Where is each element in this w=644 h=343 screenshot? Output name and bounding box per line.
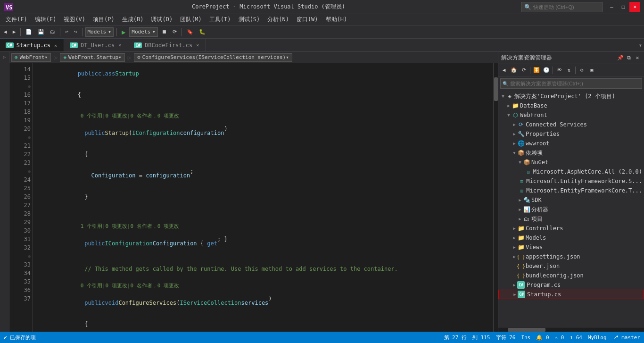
back-button[interactable]: ◀ — [2, 28, 9, 36]
run-button[interactable]: ▶ — [120, 27, 127, 37]
tree-analyzer[interactable]: ▶ 📊 分析器 — [498, 205, 644, 214]
menu-item-t[interactable]: 工具(T) — [206, 15, 235, 25]
tree-expand-webfront[interactable]: ▼ — [506, 112, 512, 118]
tree-expand-database[interactable]: ▶ — [506, 103, 512, 109]
tree-controllers[interactable]: ▶ 📁 Controllers — [498, 224, 644, 233]
tree-expand-root[interactable]: ▼ — [500, 93, 506, 99]
tree-bower[interactable]: { } bower.json — [498, 261, 644, 271]
menu-item-s[interactable]: 测试(S) — [235, 15, 264, 25]
pin-icon[interactable]: 📌 — [617, 54, 624, 62]
tree-expand-project-ref[interactable]: ▶ — [517, 216, 523, 222]
sol-refresh-icon[interactable]: ⟳ — [519, 66, 528, 75]
new-button[interactable]: 📄 — [24, 28, 34, 36]
close-button[interactable]: ✕ — [629, 2, 640, 12]
toolbar-extra-2[interactable]: ⟳ — [171, 28, 179, 36]
tab-startup-close[interactable]: ✕ — [53, 43, 58, 48]
sol-layout-icon[interactable]: ▣ — [587, 66, 596, 75]
tree-expand-wwwroot[interactable]: ▶ — [512, 141, 517, 146]
tree-expand-startup[interactable]: ▶ — [512, 292, 518, 297]
tab-dbcodefirst[interactable]: C# DBCodeFirst.cs ✕ — [128, 39, 206, 51]
menu-item-n[interactable]: 分析(N) — [264, 15, 293, 25]
tab-dropdown[interactable]: ▾ — [637, 39, 644, 51]
tree-properties[interactable]: ▶ 🔧 Properties — [498, 129, 644, 139]
menu-item-e[interactable]: 编辑(E) — [31, 15, 60, 25]
menu-item-f[interactable]: 文件(F) — [2, 15, 31, 25]
config-dropdown[interactable]: Models ▾ — [85, 27, 114, 37]
tree-webfront[interactable]: ▼ ⬡ WebFront — [498, 110, 644, 120]
tree-bundleconfig[interactable]: { } bundleconfig.json — [498, 271, 644, 280]
close-panel-icon[interactable]: ✕ — [634, 54, 641, 62]
toolbar-extra-1[interactable]: ⏹ — [160, 28, 169, 36]
tree-database[interactable]: ▶ 📁 DataBase — [498, 101, 644, 110]
status-repo[interactable]: MyBlog — [588, 335, 607, 341]
minimize-button[interactable]: — — [606, 2, 617, 12]
tab-dbcodefirst-close[interactable]: ✕ — [195, 42, 200, 48]
menu-item-m[interactable]: 团队(M) — [176, 15, 206, 25]
tree-views[interactable]: ▶ 📁 Views — [498, 243, 644, 252]
code-area[interactable]: 14 15 ● 16 17 18 19 20 ● 21 22 23 ● 24 2… — [9, 63, 498, 332]
tree-expand-models[interactable]: ▶ — [512, 235, 517, 241]
tree-expand-views[interactable]: ▶ — [512, 244, 517, 250]
tree-expand-analyzer[interactable]: ▶ — [517, 207, 523, 212]
tree-wwwroot[interactable]: ▶ 🌐 wwwroot — [498, 139, 644, 148]
tree-aspnetcore[interactable]: ◫ Microsoft.AspNetCore.All (2.0.0) — [498, 167, 644, 176]
run-dropdown[interactable]: Models ▾ — [129, 27, 157, 37]
menu-item-d[interactable]: 调试(D) — [147, 15, 176, 25]
quick-launch[interactable]: 🔍 — [521, 2, 603, 12]
save-all-button[interactable]: 🗂 — [48, 28, 57, 36]
undo-button[interactable]: ↩ — [63, 28, 70, 36]
status-branch[interactable]: ⎇ master — [612, 335, 640, 341]
menu-item-w[interactable]: 窗口(W) — [293, 15, 322, 25]
sol-search-input[interactable] — [510, 81, 640, 86]
menu-item-v[interactable]: 视图(V) — [60, 15, 89, 25]
maximize-button[interactable]: □ — [618, 2, 629, 12]
debug-button[interactable]: 🐛 — [197, 28, 207, 36]
horizontal-scrollbar[interactable] — [498, 327, 644, 332]
tree-efcore-s[interactable]: ◫ Microsoft.EntityFrameworkCore.S... — [498, 176, 644, 186]
sol-filter-icon[interactable]: ⏬ — [532, 66, 541, 75]
code-editor[interactable]: public class Startup { 0 个引用|0 项更改|0 名作者… — [33, 63, 493, 332]
save-button[interactable]: 💾 — [36, 28, 46, 36]
quick-launch-input[interactable] — [533, 4, 599, 10]
tree-nuget[interactable]: ▼ 📦 NuGet — [498, 158, 644, 167]
vertical-scrollbar[interactable] — [493, 63, 498, 332]
tree-project-ref[interactable]: ▶ 🗂 项目 — [498, 214, 644, 224]
sol-preview-icon[interactable]: 👁 — [554, 66, 564, 75]
tree-models[interactable]: ▶ 📁 Models — [498, 233, 644, 243]
tree-appsettings[interactable]: ▶ { } appsettings.json — [498, 252, 644, 261]
menu-item-p[interactable]: 项目(P) — [89, 15, 118, 25]
menu-item-h[interactable]: 帮助(H) — [322, 15, 351, 25]
tree-solution-root[interactable]: ▼ ◈ 解决方案'CoreProject' (2 个项目) — [498, 92, 644, 101]
bookmark-button[interactable]: 🔖 — [185, 28, 195, 36]
tree-sdk[interactable]: ▶ 🔩 SDK — [498, 195, 644, 205]
sol-back-icon[interactable]: ◀ — [499, 66, 509, 75]
tree-expand-controllers[interactable]: ▶ — [512, 226, 517, 231]
status-warnings[interactable]: ⚠ 0 — [555, 335, 564, 341]
forward-button[interactable]: ▶ — [11, 28, 18, 36]
tree-deps[interactable]: ▼ 📦 依赖项 — [498, 148, 644, 158]
tree-expand-props[interactable]: ▶ — [512, 131, 517, 137]
tree-expand-nuget[interactable]: ▼ — [517, 159, 523, 165]
sol-syncfs-icon[interactable]: ⇅ — [564, 66, 574, 75]
sol-home-icon[interactable]: 🏠 — [509, 66, 519, 75]
tab-dtuser[interactable]: C# DT_User.cs ✕ — [64, 39, 128, 51]
tab-dtuser-close[interactable]: ✕ — [117, 42, 122, 48]
redo-button[interactable]: ↪ — [72, 28, 79, 36]
tree-startup-cs[interactable]: ▶ C# Startup.cs — [498, 290, 644, 299]
sol-clock-icon[interactable]: 🕐 — [542, 66, 551, 75]
tree-efcore-t[interactable]: ◫ Microsoft.EntityFrameworkCore.T... — [498, 186, 644, 195]
namespace-dropdown[interactable]: ⊕ WebFront ▾ — [11, 53, 51, 62]
solution-search[interactable]: 🔍 — [500, 78, 642, 89]
tree-expand-connected[interactable]: ▶ — [512, 122, 517, 127]
method-dropdown[interactable]: ⚙ ConfigureServices(IServiceCollection s… — [134, 53, 292, 62]
sol-props-icon[interactable]: ⚙ — [577, 66, 586, 75]
status-errors[interactable]: 🔔 0 — [536, 335, 549, 341]
scroll-thumb[interactable] — [494, 77, 498, 101]
tree-expand-sdk[interactable]: ▶ — [517, 197, 523, 203]
tab-startup[interactable]: C# Startup.cs ✕ — [0, 39, 64, 51]
float-icon[interactable]: ⧉ — [625, 54, 633, 62]
class-dropdown[interactable]: ◈ WebFront.Startup ▾ — [60, 53, 124, 62]
tree-program-cs[interactable]: ▶ C# Program.cs — [498, 280, 644, 290]
tree-expand-program[interactable]: ▶ — [512, 282, 517, 288]
tree-expand-deps[interactable]: ▼ — [512, 150, 517, 156]
